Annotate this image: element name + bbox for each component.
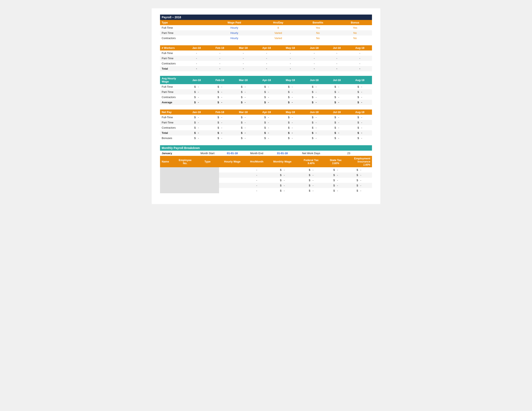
col-hrs-month: Hrs/Month — [246, 156, 268, 167]
col-employment-insurance: EmploymentInsurance1.60% — [346, 156, 372, 167]
net-row-total: Total $ - $ - $ - $ - $ - $ - $ - $ - — [160, 130, 372, 135]
monthly-data-row: - $ - $ - $ - $ - — [160, 188, 372, 193]
monthly-breakdown-table: Monthly Payroll Breakdown January Month … — [160, 145, 372, 193]
payroll-page: Payroll – 2018 Type Wage Paid Hrs/Day Be… — [152, 8, 380, 204]
bonus: Yes — [338, 25, 372, 30]
col-jan18: Jan-18 — [185, 45, 208, 50]
wage-paid: Hourly — [210, 30, 259, 36]
col-employee-no: EmployeeNo. — [174, 156, 196, 167]
col-apr18: Apr-18 — [255, 45, 278, 50]
col-jun18: Jun-18 — [303, 45, 326, 50]
hrs-day: Varied — [259, 36, 298, 41]
payroll-title: Payroll – 2018 — [160, 15, 372, 20]
col-aug18: Aug-18 — [348, 45, 372, 50]
monthly-data-row: - $ - $ - $ - $ - — [160, 167, 372, 172]
col-feb18: Feb-18 — [208, 45, 231, 50]
benefits: No — [298, 30, 338, 36]
month-start-val: 01-01-18 — [219, 151, 246, 156]
month-start-label: Month Start — [196, 151, 219, 156]
benefits: Yes — [298, 25, 338, 30]
net-pay-title: Net Pay — [160, 109, 185, 115]
avg-row-contractors: Contractors $ - $ - $ - $ - $ - $ - $ - … — [160, 95, 372, 100]
net-row-parttime: Part-Time $ - $ - $ - $ - $ - $ - $ - $ … — [160, 120, 372, 125]
avg-hourly-title: Avg Hourly Wage — [160, 76, 185, 84]
col-name: Name — [160, 156, 174, 167]
january-meta-row: January Month Start 01-01-18 Month End 3… — [160, 151, 372, 156]
type-label: Part-Time — [160, 30, 210, 36]
monthly-col-headers: Name EmployeeNo. Type Hourly Wage Hrs/Mo… — [160, 156, 372, 167]
workers-row-total: Total - - - - - - - - — [160, 66, 372, 71]
info-row-fulltime: Full-Time Hourly 8 Yes Yes — [160, 25, 372, 30]
col-hrs-day: Hrs/Day — [259, 20, 298, 25]
month-end-label: Month End — [246, 151, 268, 156]
hrs-day: Varied — [259, 30, 298, 36]
col-type: Type — [160, 20, 210, 25]
wage-paid: Hourly — [210, 25, 259, 30]
monthly-data-row: - $ - $ - $ - $ - — [160, 183, 372, 188]
col-wage-paid: Wage Paid — [210, 20, 259, 25]
bonus: No — [338, 36, 372, 41]
benefits: No — [298, 36, 338, 41]
workers-row-parttime: Part-Time - - - - - - - - — [160, 56, 372, 61]
bonus: No — [338, 30, 372, 36]
net-row-contractors: Contractors $ - $ - $ - $ - $ - $ - $ - … — [160, 125, 372, 130]
monthly-breakdown-title: Monthly Payroll Breakdown — [160, 145, 372, 151]
col-jul18: Jul-18 — [326, 45, 347, 50]
col-type: Type — [196, 156, 219, 167]
col-hourly-wage: Hourly Wage — [219, 156, 246, 167]
avg-hourly-table: Avg Hourly Wage Jan-18 Feb-18 Mar-18 Apr… — [160, 76, 372, 105]
avg-row-average: Average $ - $ - $ - $ - $ - $ - $ - $ - — [160, 100, 372, 105]
type-label: Full-Time — [160, 25, 210, 30]
info-row-parttime: Part-Time Hourly Varied No No — [160, 30, 372, 36]
monthly-data-row: - $ - $ - $ - $ - — [160, 178, 372, 183]
col-may18: May-18 — [278, 45, 303, 50]
net-row-bonuses: Bonuses $ - $ - $ - $ - $ - $ - $ - $ - — [160, 135, 372, 141]
payroll-info-table: Payroll – 2018 Type Wage Paid Hrs/Day Be… — [160, 15, 372, 41]
col-state-tax: State Tax3.60% — [325, 156, 346, 167]
workers-title: # Workers — [160, 45, 185, 50]
avg-row-parttime: Part-Time $ - $ - $ - $ - $ - $ - $ - $ … — [160, 89, 372, 95]
net-row-fulltime: Full-Time $ - $ - $ - $ - $ - $ - $ - $ … — [160, 115, 372, 120]
hrs-day: 8 — [259, 25, 298, 30]
avg-row-fulltime: Full-Time $ - $ - $ - $ - $ - $ - $ - $ … — [160, 84, 372, 89]
info-row-contractors: Contractors Hourly Varied No No — [160, 36, 372, 41]
wage-paid: Hourly — [210, 36, 259, 41]
col-benefits: Benefits — [298, 20, 338, 25]
net-work-days-label: Net Work Days — [297, 151, 325, 156]
net-pay-table: Net Pay Jan-18 Feb-18 Mar-18 Apr-18 May-… — [160, 109, 372, 141]
col-mar18: Mar-18 — [231, 45, 255, 50]
col-federal-tax: Federal Tax9.40% — [297, 156, 325, 167]
type-label: Contractors — [160, 36, 210, 41]
workers-row-contractors: Contractors - - - - - - - - — [160, 61, 372, 66]
month-end-val: 31-01-18 — [268, 151, 297, 156]
col-monthly-wage: Monthly Wage — [268, 156, 297, 167]
workers-row-fulltime: Full-Time - - - - - - - - — [160, 50, 372, 56]
col-bonus: Bonus — [338, 20, 372, 25]
workers-table: # Workers Jan-18 Feb-18 Mar-18 Apr-18 Ma… — [160, 45, 372, 71]
month-label: January — [160, 151, 196, 156]
monthly-data-row: - $ - $ - $ - $ - — [160, 172, 372, 178]
net-work-days-val: 23 — [325, 151, 372, 156]
